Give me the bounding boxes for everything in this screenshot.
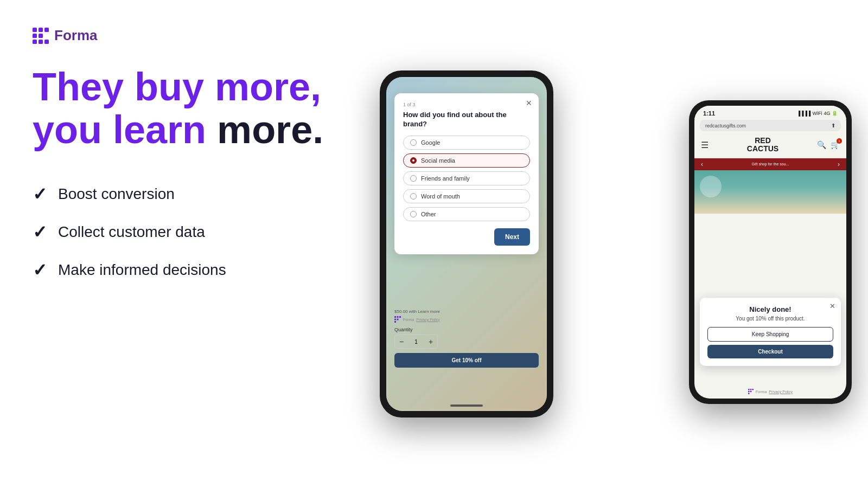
shopify-text: $50.00 with Learn more: [394, 309, 539, 314]
quantity-value: 1: [408, 339, 424, 345]
quantity-increment[interactable]: +: [424, 335, 437, 348]
status-time: 1:11: [703, 110, 715, 117]
radio-option-other[interactable]: Other: [403, 207, 530, 221]
radio-option-wordofmouth[interactable]: Word of mouth: [403, 189, 530, 203]
radio-dot-friends: [410, 175, 417, 182]
checkmark-3: ✓: [33, 260, 47, 280]
svg-rect-2: [44, 28, 49, 32]
store-product-image: [694, 170, 846, 214]
svg-rect-9: [397, 316, 399, 318]
svg-rect-11: [394, 319, 396, 320]
cart-icon[interactable]: 🛒 1: [831, 140, 840, 149]
check-item-3: ✓ Make informed decisions: [33, 260, 336, 280]
svg-rect-19: [748, 393, 750, 395]
banner-next-icon[interactable]: ›: [838, 160, 840, 168]
phone-result-inner: 1:11 ▐▐▐▐ WiFi 4G 🔋 redcactusgifts.com ⬆…: [694, 106, 846, 399]
headline-line1-purple: They buy more,: [33, 65, 321, 108]
radio-dot-social: [410, 157, 417, 164]
success-subtitle: You got 10% off this product.: [707, 316, 833, 322]
check-item-2: ✓ Collect customer data: [33, 222, 336, 242]
radio-dot-wordofmouth: [410, 193, 417, 200]
checklist: ✓ Boost conversion ✓ Collect customer da…: [33, 184, 336, 280]
svg-rect-1: [39, 28, 43, 32]
forma-footer-result: Forma Privacy Policy: [694, 389, 846, 394]
status-icons: ▐▐▐▐ WiFi 4G 🔋: [797, 111, 838, 116]
banner-text: Gift shop for the sou...: [703, 162, 838, 166]
signal-icon: ▐▐▐▐: [797, 111, 811, 116]
svg-rect-15: [750, 389, 752, 390]
hamburger-menu-icon[interactable]: ☰: [701, 140, 709, 150]
get-discount-button[interactable]: Get 10% off: [394, 353, 539, 368]
modal-step: 1 of 3: [403, 102, 530, 107]
radio-label-friends: Friends and family: [421, 175, 470, 182]
radio-label-wordofmouth: Word of mouth: [421, 193, 460, 200]
battery-icon: 4G 🔋: [824, 111, 838, 116]
below-modal-content: $50.00 with Learn more Forma Privacy Pol…: [394, 309, 539, 368]
check-label-1: Boost conversion: [58, 185, 175, 203]
svg-rect-16: [752, 389, 754, 390]
url-text: redcactusgifts.com: [705, 123, 746, 129]
radio-label-social: Social media: [421, 157, 455, 164]
search-icon[interactable]: 🔍: [817, 140, 826, 149]
cart-count: 1: [837, 138, 842, 144]
radio-option-google[interactable]: Google: [403, 136, 530, 150]
quantity-control: − 1 +: [394, 335, 438, 349]
privacy-label-result: Privacy Policy: [769, 390, 793, 394]
radio-dot-google: [410, 139, 417, 146]
check-label-2: Collect customer data: [58, 223, 205, 241]
radio-dot-other: [410, 211, 417, 217]
privacy-label-survey: Privacy Policy: [416, 318, 440, 322]
next-button[interactable]: Next: [494, 228, 530, 246]
svg-rect-3: [33, 34, 37, 38]
radio-option-friends[interactable]: Friends and family: [403, 171, 530, 185]
quantity-label: Quantity: [394, 327, 539, 332]
forma-label-result: Forma: [756, 390, 767, 394]
headline-line2-dark: more.: [217, 108, 323, 151]
modal-close-button[interactable]: ✕: [526, 99, 532, 107]
keep-shopping-button[interactable]: Keep Shopping: [707, 327, 833, 342]
checkmark-1: ✓: [33, 184, 47, 204]
status-bar: 1:11 ▐▐▐▐ WiFi 4G 🔋: [694, 106, 846, 119]
check-item-1: ✓ Boost conversion: [33, 184, 336, 204]
radio-option-social[interactable]: Social media: [403, 153, 530, 168]
svg-rect-7: [44, 40, 49, 44]
forma-mini-icon: [394, 316, 401, 323]
url-bar[interactable]: redcactusgifts.com ⬆: [700, 120, 841, 131]
success-close-button[interactable]: ✕: [829, 302, 835, 310]
logo-text: Forma: [54, 27, 97, 44]
share-icon[interactable]: ⬆: [831, 123, 835, 129]
check-label-3: Make informed decisions: [58, 261, 226, 279]
forma-label-survey: Forma: [403, 318, 414, 322]
svg-rect-17: [748, 391, 750, 393]
wifi-icon: WiFi: [812, 111, 822, 116]
svg-rect-5: [33, 40, 37, 44]
left-panel: Forma They buy more, you learn more. ✓ B…: [0, 0, 369, 488]
forma-result-icon: [748, 389, 754, 394]
store-banner: ‹ Gift shop for the sou... ›: [694, 158, 846, 170]
forma-logo-icon: [33, 28, 49, 44]
phone-survey-inner: 1 of 3 ✕ How did you find out about the …: [386, 77, 547, 411]
svg-rect-18: [750, 391, 752, 393]
home-indicator: [450, 404, 483, 407]
svg-rect-14: [748, 389, 750, 390]
success-modal: ✕ Nicely done! You got 10% off this prod…: [700, 298, 841, 366]
decorative-circle: [700, 176, 722, 197]
quantity-row: Quantity − 1 +: [394, 327, 539, 349]
checkmark-2: ✓: [33, 222, 47, 242]
headline: They buy more, you learn more.: [33, 66, 336, 151]
checkout-button[interactable]: Checkout: [707, 345, 833, 358]
logo: Forma: [33, 27, 336, 44]
phone-result: 1:11 ▐▐▐▐ WiFi 4G 🔋 redcactusgifts.com ⬆…: [689, 100, 852, 404]
store-action-icons: 🔍 🛒 1: [817, 140, 840, 149]
success-title: Nicely done!: [707, 305, 833, 313]
forma-footer-survey: Forma Privacy Policy: [394, 316, 539, 323]
survey-modal: 1 of 3 ✕ How did you find out about the …: [394, 93, 539, 254]
right-panel: 1 of 3 ✕ How did you find out about the …: [369, 0, 868, 488]
svg-rect-0: [33, 28, 37, 32]
modal-question: How did you find out about the brand?: [403, 111, 530, 129]
quantity-decrement[interactable]: −: [395, 335, 408, 348]
svg-rect-8: [394, 316, 396, 318]
svg-rect-6: [39, 40, 43, 44]
svg-rect-12: [397, 319, 399, 320]
radio-label-google: Google: [421, 139, 440, 146]
